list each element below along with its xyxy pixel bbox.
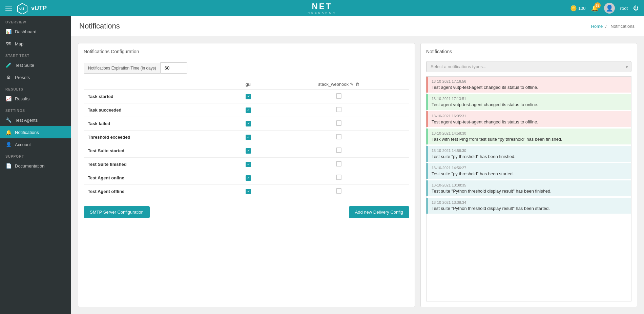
- notification-item: 13-10-2021 16:05:31 Test agent vutp-test…: [427, 111, 631, 127]
- checkbox-unchecked[interactable]: [336, 120, 341, 126]
- row-webhook-checkbox[interactable]: [268, 117, 409, 131]
- checkbox-unchecked[interactable]: [336, 161, 341, 166]
- row-gui-checkbox[interactable]: ✓: [228, 158, 268, 171]
- sidebar-item-account[interactable]: 👤 Account: [0, 138, 71, 151]
- topbar-center-logo: NET RESEARCH: [308, 2, 336, 14]
- hamburger-menu[interactable]: [5, 6, 12, 11]
- sidebar-test-agents-label: Test Agents: [15, 118, 38, 123]
- row-webhook-checkbox[interactable]: [268, 103, 409, 117]
- checkbox-unchecked[interactable]: [336, 93, 341, 99]
- row-label: Test Suite finished: [84, 158, 228, 171]
- row-webhook-checkbox[interactable]: [268, 158, 409, 171]
- sidebar-item-results[interactable]: 📈 Results: [0, 93, 71, 105]
- checkbox-unchecked[interactable]: [336, 175, 341, 180]
- row-gui-checkbox[interactable]: ✓: [228, 144, 268, 158]
- support-section-label: SUPPORT: [0, 151, 71, 160]
- main-layout: OVERVIEW 📊 Dashboard 🗺 Map START TEST 🧪 …: [0, 16, 644, 314]
- topbar-left: vU vUTP: [5, 2, 47, 14]
- content-area: Notifications Home / Notifications Notif…: [71, 16, 644, 314]
- row-label: Test Agent online: [84, 171, 228, 185]
- checkbox-checked[interactable]: ✓: [246, 189, 251, 194]
- settings-section-label: SETTINGS: [0, 105, 71, 114]
- table-row: Test Suite started ✓: [84, 144, 409, 158]
- notification-item: 13-10-2021 14:58:30 Task with test Ping …: [427, 129, 631, 144]
- sidebar-item-dashboard[interactable]: 📊 Dashboard: [0, 25, 71, 38]
- checkbox-checked[interactable]: ✓: [246, 107, 251, 113]
- notification-timestamp: 13-10-2021 13:38:35: [432, 183, 627, 187]
- checkbox-checked[interactable]: ✓: [246, 135, 251, 140]
- notification-item: 13-10-2021 14:56:30 Test suite "py thres…: [427, 146, 631, 162]
- notifications-type-select[interactable]: Select a notifications types...: [426, 61, 631, 72]
- expiration-input[interactable]: [160, 62, 187, 74]
- checkbox-checked[interactable]: ✓: [246, 121, 251, 126]
- row-gui-checkbox[interactable]: ✓: [228, 131, 268, 144]
- sidebar-item-documentation[interactable]: 📄 Documentation: [0, 160, 71, 172]
- row-gui-checkbox[interactable]: ✓: [228, 171, 268, 185]
- checkbox-unchecked[interactable]: [336, 107, 341, 112]
- sidebar-test-suite-label: Test Suite: [15, 63, 34, 68]
- smtp-config-button[interactable]: SMTP Server Configuration: [84, 206, 150, 218]
- row-gui-checkbox[interactable]: ✓: [228, 117, 268, 131]
- notification-text: Task with test Ping from test suite "py …: [432, 137, 627, 142]
- checkbox-checked[interactable]: ✓: [246, 175, 251, 181]
- app-name: vUTP: [31, 5, 47, 12]
- checkbox-unchecked[interactable]: [336, 188, 341, 194]
- logo-icon: vU: [16, 2, 28, 14]
- breadcrumb-home[interactable]: Home: [591, 24, 603, 29]
- checkbox-checked[interactable]: ✓: [246, 148, 251, 154]
- row-gui-checkbox[interactable]: ✓: [228, 103, 268, 117]
- checkbox-checked[interactable]: ✓: [246, 162, 251, 167]
- config-panel-title: Notifications Configuration: [84, 49, 409, 54]
- row-webhook-checkbox[interactable]: [268, 90, 409, 103]
- table-row: Test Agent online ✓: [84, 171, 409, 185]
- bell-badge: 65: [595, 2, 601, 8]
- notification-timestamp: 13-10-2021 16:05:31: [432, 114, 627, 118]
- col-webhook-header: stack_webhook ✎ 🗑: [268, 79, 409, 90]
- sidebar-item-test-suite[interactable]: 🧪 Test Suite: [0, 59, 71, 71]
- checkbox-checked[interactable]: ✓: [246, 94, 251, 99]
- net-logo: NET RESEARCH: [308, 2, 336, 14]
- webhook-edit-icon[interactable]: ✎: [350, 82, 354, 87]
- row-label: Task failed: [84, 117, 228, 131]
- notification-timestamp: 13-10-2021 14:58:30: [432, 131, 627, 135]
- notification-item: 13-10-2021 17:13:51 Test agent vutp-test…: [427, 94, 631, 110]
- avatar-icon: 👤: [606, 4, 613, 12]
- coins-value: 100: [578, 6, 586, 11]
- notifications-icon: 🔔: [5, 130, 12, 135]
- checkbox-unchecked[interactable]: [336, 148, 341, 153]
- page-title: Notifications: [79, 22, 120, 31]
- power-icon[interactable]: ⏻: [633, 5, 639, 11]
- test-suite-icon: 🧪: [5, 62, 12, 68]
- presets-icon: ⚙: [5, 75, 12, 80]
- sidebar-documentation-label: Documentation: [15, 163, 44, 169]
- webhook-delete-icon[interactable]: 🗑: [355, 82, 359, 87]
- sidebar-dashboard-label: Dashboard: [15, 29, 37, 34]
- notifications-filter[interactable]: Select a notifications types... ▾: [426, 61, 631, 72]
- add-delivery-config-button[interactable]: Add new Delivery Config: [349, 206, 409, 218]
- sidebar-item-presets[interactable]: ⚙ Presets: [0, 71, 71, 83]
- sidebar-item-test-agents[interactable]: 🔧 Test Agents: [0, 114, 71, 126]
- sidebar-presets-label: Presets: [15, 75, 30, 80]
- bell-notification[interactable]: 🔔 65: [591, 4, 599, 12]
- row-label: Task started: [84, 90, 228, 103]
- row-webhook-checkbox[interactable]: [268, 185, 409, 198]
- row-label: Test Agent offline: [84, 185, 228, 198]
- row-webhook-checkbox[interactable]: [268, 171, 409, 185]
- notification-text: Test agent vutp-test-agent changed its s…: [432, 85, 627, 90]
- documentation-icon: 📄: [5, 163, 12, 169]
- sidebar-item-map[interactable]: 🗺 Map: [0, 38, 71, 50]
- notifications-panel: Notifications Select a notifications typ…: [420, 43, 637, 307]
- main-content: Notifications Configuration Notification…: [71, 36, 644, 314]
- notifications-list: 13-10-2021 17:16:56 Test agent vutp-test…: [426, 76, 631, 301]
- start-test-section-label: START TEST: [0, 50, 71, 59]
- page-header: Notifications Home / Notifications: [71, 16, 644, 36]
- expiration-row: Notifications Expiration Time (in days): [84, 62, 409, 74]
- row-gui-checkbox[interactable]: ✓: [228, 90, 268, 103]
- panel-buttons: SMTP Server Configuration Add new Delive…: [84, 206, 409, 218]
- row-gui-checkbox[interactable]: ✓: [228, 185, 268, 198]
- checkbox-unchecked[interactable]: [336, 134, 341, 139]
- sidebar-item-notifications[interactable]: 🔔 Notifications: [0, 126, 71, 138]
- row-webhook-checkbox[interactable]: [268, 131, 409, 144]
- user-avatar[interactable]: 👤: [604, 3, 615, 14]
- row-webhook-checkbox[interactable]: [268, 144, 409, 158]
